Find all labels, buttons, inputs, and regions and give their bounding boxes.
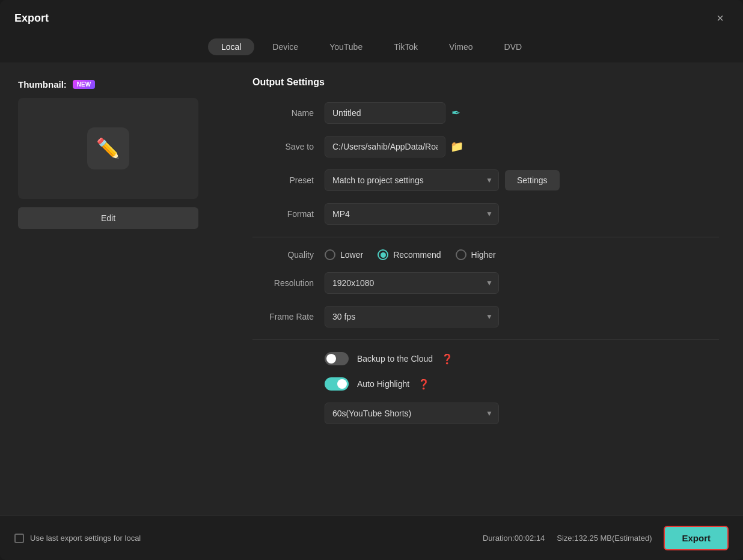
thumbnail-text: Thumbnail:	[18, 79, 67, 90]
backup-toggle-knob	[326, 354, 336, 364]
right-panel: Output Settings Name ✒ Save to 📁 Prese	[234, 62, 743, 516]
save-to-field-group: 📁	[325, 136, 463, 157]
resolution-select[interactable]: 1920x1080	[325, 272, 499, 294]
frame-rate-row: Frame Rate 30 fps ▼	[252, 306, 719, 327]
quality-higher-radio[interactable]	[456, 249, 466, 260]
size-info: Size:132.25 MB(Estimated)	[557, 534, 652, 543]
resolution-label: Resolution	[252, 278, 325, 288]
highlight-duration-select[interactable]: 60s(YouTube Shorts)	[325, 403, 499, 424]
quality-higher-label: Higher	[471, 250, 496, 260]
quality-recommend-label: Recommend	[393, 250, 441, 260]
backup-toggle[interactable]	[325, 352, 349, 365]
footer-right: Duration:00:02:14 Size:132.25 MB(Estimat…	[483, 526, 729, 550]
thumbnail-preview: ✏️	[18, 98, 198, 199]
auto-highlight-toggle[interactable]	[325, 377, 349, 391]
tab-youtube[interactable]: YouTube	[316, 38, 376, 55]
quality-higher[interactable]: Higher	[456, 249, 496, 260]
save-to-label: Save to	[252, 142, 325, 151]
quality-lower[interactable]: Lower	[325, 249, 363, 260]
settings-button[interactable]: Settings	[505, 170, 560, 190]
auto-highlight-toggle-row: Auto Highlight ❓	[325, 377, 430, 391]
auto-highlight-toggle-knob	[337, 379, 347, 389]
footer: Use last export settings for local Durat…	[0, 516, 743, 560]
tab-local[interactable]: Local	[208, 38, 254, 55]
format-select-wrapper: MP4 ▼	[325, 203, 499, 225]
quality-lower-label: Lower	[340, 250, 363, 260]
new-badge: NEW	[73, 80, 95, 89]
frame-rate-select[interactable]: 30 fps	[325, 306, 499, 327]
name-label: Name	[252, 108, 325, 118]
preset-select[interactable]: Match to project settings	[325, 169, 499, 191]
left-panel: Thumbnail: NEW ✏️ Edit	[0, 62, 234, 516]
format-label: Format	[252, 209, 325, 219]
duration-info: Duration:00:02:14	[483, 534, 545, 543]
last-settings-checkbox[interactable]	[14, 534, 24, 543]
backup-row: Backup to the Cloud ❓	[252, 352, 719, 365]
tab-bar: Local Device YouTube TikTok Vimeo DVD	[0, 34, 743, 62]
frame-rate-label: Frame Rate	[252, 312, 325, 321]
backup-toggle-row: Backup to the Cloud ❓	[325, 352, 453, 365]
last-settings-label: Use last export settings for local	[30, 534, 141, 543]
preset-label: Preset	[252, 175, 325, 185]
export-dialog: Export × Local Device YouTube TikTok Vim…	[0, 0, 743, 560]
divider-1	[252, 237, 719, 237]
backup-label: Backup to the Cloud	[357, 354, 433, 364]
resolution-row: Resolution 1920x1080 ▼	[252, 272, 719, 294]
save-to-input[interactable]	[325, 136, 445, 157]
thumbnail-label: Thumbnail: NEW	[18, 79, 95, 90]
preset-row: Preset Match to project settings ▼ Setti…	[252, 169, 719, 191]
quality-options: Lower Recommend Higher	[325, 249, 496, 260]
highlight-duration-row: 60s(YouTube Shorts) ▼	[252, 403, 719, 424]
divider-2	[252, 339, 719, 340]
close-button[interactable]: ×	[712, 10, 729, 26]
tab-device[interactable]: Device	[259, 38, 311, 55]
edit-button[interactable]: Edit	[18, 207, 198, 229]
export-button[interactable]: Export	[664, 526, 729, 550]
backup-help-icon[interactable]: ❓	[441, 353, 453, 365]
tab-dvd[interactable]: DVD	[491, 38, 536, 55]
quality-label: Quality	[252, 250, 325, 260]
footer-left: Use last export settings for local	[14, 534, 141, 543]
dialog-header: Export ×	[0, 0, 743, 34]
tab-vimeo[interactable]: Vimeo	[436, 38, 486, 55]
name-row: Name ✒	[252, 102, 719, 124]
thumbnail-icon-wrap: ✏️	[87, 127, 129, 169]
tab-tiktok[interactable]: TikTok	[381, 38, 431, 55]
pencil-icon: ✏️	[96, 137, 120, 160]
quality-lower-radio[interactable]	[325, 249, 335, 260]
folder-icon[interactable]: 📁	[450, 140, 463, 153]
quality-recommend-radio[interactable]	[378, 249, 388, 260]
name-input[interactable]	[325, 102, 445, 124]
format-row: Format MP4 ▼	[252, 203, 719, 225]
preset-select-wrapper: Match to project settings ▼	[325, 169, 499, 191]
quality-row: Quality Lower Recommend Higher	[252, 249, 719, 260]
frame-rate-select-wrapper: 30 fps ▼	[325, 306, 499, 327]
dialog-title: Export	[14, 12, 49, 25]
format-select[interactable]: MP4	[325, 203, 499, 225]
auto-highlight-help-icon[interactable]: ❓	[418, 379, 430, 390]
save-to-row: Save to 📁	[252, 136, 719, 157]
resolution-select-wrapper: 1920x1080 ▼	[325, 272, 499, 294]
quality-recommend[interactable]: Recommend	[378, 249, 441, 260]
auto-highlight-label: Auto Highlight	[357, 379, 409, 389]
highlight-duration-select-wrapper: 60s(YouTube Shorts) ▼	[325, 403, 499, 424]
auto-highlight-row: Auto Highlight ❓	[252, 377, 719, 391]
output-settings-title: Output Settings	[252, 77, 719, 88]
ai-icon[interactable]: ✒	[451, 106, 460, 120]
name-field-group: ✒	[325, 102, 460, 124]
content-area: Thumbnail: NEW ✏️ Edit Output Settings N…	[0, 62, 743, 516]
